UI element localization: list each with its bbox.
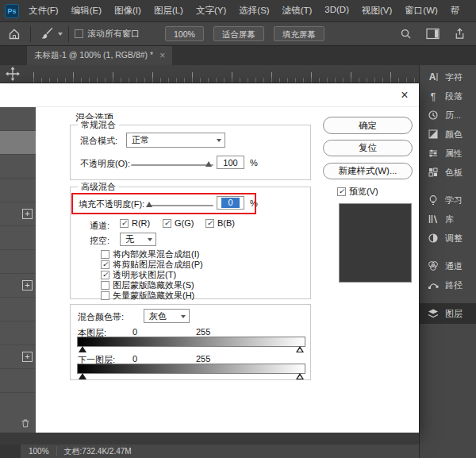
menu-window[interactable]: 窗口(W) [398,5,444,17]
ok-button[interactable]: 确定 [323,117,413,134]
panel-tab-learn[interactable]: 学习 [420,191,476,210]
add-effect-icon[interactable]: + [22,280,33,291]
style-row[interactable] [0,298,36,321]
advanced-blending-group: 高级混合 填充不透明度(F): 0 % 通道: ✓ R(R) ✓ G(G) [70,187,311,299]
menu-select[interactable]: 选择(S) [232,5,275,17]
blend-if-label: 混合颜色带: [78,311,124,323]
style-row[interactable] [0,107,36,131]
checkbox-box[interactable]: ✓ [205,219,214,228]
blend-if-select[interactable]: 灰色 [144,309,190,323]
dock-group-gap [420,182,476,191]
panel-tab-color[interactable]: 颜色 [420,125,476,144]
panel-tab-paths[interactable]: 路径 [420,275,476,294]
add-effect-icon[interactable]: + [22,352,33,362]
delete-effect-trash-icon[interactable] [20,418,31,429]
menu-filter[interactable]: 滤镜(T) [276,5,319,17]
add-effect-icon[interactable]: + [22,209,33,219]
panel-tab-label: 路径 [445,279,463,291]
panel-tab-channels[interactable]: 通道 [420,256,476,275]
menu-3d[interactable]: 3D(D) [318,5,355,17]
checkbox-box[interactable]: ✓ [163,219,171,228]
brush-tool-icon[interactable] [36,25,57,44]
panel-tab-character[interactable]: A 字符 [420,67,476,87]
style-row[interactable] [0,321,36,345]
this-layer-white-slider[interactable] [296,346,304,352]
document-size-info[interactable]: 文档:732.4K/2.47M [64,446,132,457]
checkbox-box[interactable] [101,291,109,300]
character-icon: A [427,71,440,83]
menu-view[interactable]: 视图(V) [355,5,398,17]
panel-tab-history[interactable]: 历... [420,106,476,125]
channel-b-checkbox[interactable]: ✓ B(B) [205,218,235,228]
checkbox-box[interactable]: ✓ [337,187,346,196]
panel-tab-properties[interactable]: 属性 [420,144,476,163]
scroll-all-windows-checkbox[interactable]: 滚动所有窗口 [75,28,140,40]
menu-edit[interactable]: 编辑(E) [65,5,108,17]
move-tool-icon[interactable] [6,67,20,81]
panel-tab-libraries[interactable]: 库 [420,210,476,229]
checkbox-box[interactable]: ✓ [101,260,109,269]
zoom-100-button[interactable]: 100% [165,26,204,41]
option-label: 矢量蒙版隐藏效果(H) [113,290,194,302]
document-tab[interactable]: 未标题-1 @ 100% (1, RGB/8#) * × [27,46,172,65]
dialog-close-icon[interactable]: × [396,87,413,104]
tab-close-icon[interactable]: × [159,51,165,60]
knockout-select[interactable]: 无 [120,233,156,246]
fill-screen-button[interactable]: 填充屏幕 [274,26,324,41]
opacity-unit: % [250,158,258,167]
zoom-level-field[interactable]: 100% [29,447,49,456]
blend-mode-select[interactable]: 正常 [126,133,225,148]
style-row[interactable] [0,250,36,274]
checkbox-box[interactable]: ✓ [120,219,129,228]
brush-preset-chevron-icon[interactable] [58,33,63,36]
opacity-value-field[interactable]: 100 [217,156,244,169]
style-row-selected[interactable] [0,131,36,155]
channel-r-checkbox[interactable]: ✓ R(R) [120,218,150,228]
panel-tab-layers[interactable]: 图层 [420,303,476,324]
style-row[interactable]: + [0,202,36,226]
menu-file[interactable]: 文件(F) [22,5,65,17]
checkbox-box[interactable] [101,250,109,259]
this-layer-black-slider[interactable] [79,346,86,352]
vector-mask-hides-effects-checkbox[interactable]: 矢量蒙版隐藏效果(H) [101,290,194,302]
style-row[interactable] [0,369,36,393]
panel-tab-swatches[interactable]: 色板 [420,163,476,182]
menu-type[interactable]: 文字(Y) [190,5,232,17]
style-row[interactable] [0,226,36,250]
style-row[interactable]: + [0,345,36,369]
chevron-down-icon [148,238,152,241]
panel-tab-adjustments[interactable]: 调整 [420,229,476,248]
new-style-button[interactable]: 新建样式(W)... [323,163,413,179]
preview-checkbox[interactable]: ✓ 预览(V) [337,186,378,198]
opacity-slider-thumb[interactable] [205,161,212,167]
opacity-slider-track[interactable] [131,164,213,166]
checkbox-box[interactable] [101,281,109,290]
dock-group-gap [420,248,476,256]
dock-group-gap [420,294,476,303]
channel-g-checkbox[interactable]: ✓ G(G) [163,218,194,228]
channels-icon [427,260,440,272]
fit-screen-button[interactable]: 适合屏幕 [213,26,264,41]
underlying-layer-min: 0 [132,354,137,364]
this-layer-gradient-bar[interactable] [77,337,305,347]
search-icon[interactable] [395,25,416,44]
style-row[interactable]: + [0,274,36,298]
blend-if-value: 灰色 [149,310,167,322]
workspace-switcher-icon[interactable] [422,25,443,44]
checkbox-box[interactable] [75,29,83,38]
home-icon[interactable] [4,25,25,44]
style-row[interactable] [0,179,36,202]
panel-tab-paragraph[interactable]: ¶ 段落 [420,87,476,106]
menu-image[interactable]: 图像(I) [108,5,148,17]
reset-button[interactable]: 复位 [323,140,413,156]
underlying-layer-gradient-bar[interactable] [77,364,305,374]
menu-layer[interactable]: 图层(L) [148,5,190,17]
share-icon[interactable] [449,25,470,44]
underlying-layer-black-slider[interactable] [79,373,86,379]
underlying-layer-white-slider[interactable] [296,373,304,379]
style-row[interactable] [0,155,36,179]
menu-help[interactable]: 帮 [444,5,466,17]
styles-list-strip: + + + [0,107,36,433]
panel-tab-label: 段落 [445,90,463,102]
checkbox-box[interactable]: ✓ [101,271,109,279]
